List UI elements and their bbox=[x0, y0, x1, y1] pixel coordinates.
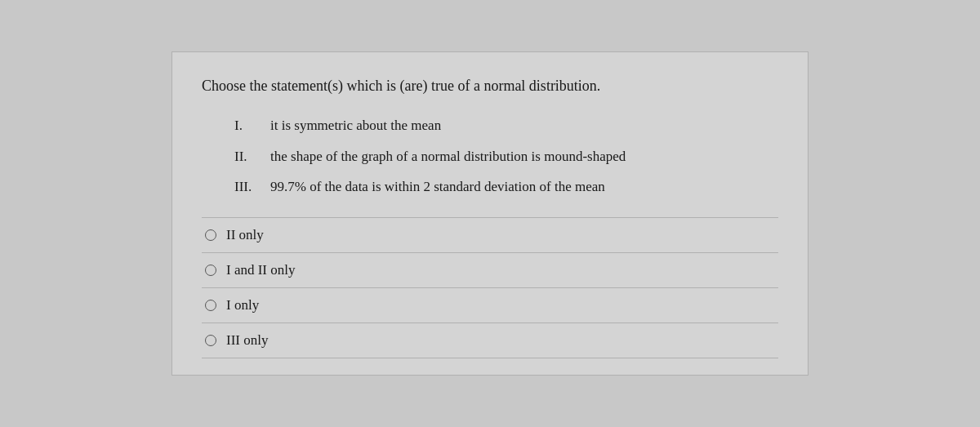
option-iii-only[interactable]: III only bbox=[202, 323, 778, 358]
question-card: Choose the statement(s) which is (are) t… bbox=[172, 51, 808, 376]
statement-item-1: I. it is symmetric about the mean bbox=[234, 115, 778, 136]
label-i-only: I only bbox=[226, 297, 259, 314]
radio-iii-only[interactable] bbox=[205, 335, 216, 346]
statement-item-2: II. the shape of the graph of a normal d… bbox=[234, 146, 778, 167]
option-ii-only[interactable]: II only bbox=[202, 218, 778, 253]
answer-options: II only I and II only I only III only bbox=[202, 217, 778, 358]
statement-body-2: the shape of the graph of a normal distr… bbox=[270, 146, 626, 167]
question-text: Choose the statement(s) which is (are) t… bbox=[202, 75, 778, 97]
statement-numeral-1: I. bbox=[234, 115, 270, 136]
statements-list: I. it is symmetric about the mean II. th… bbox=[234, 115, 778, 198]
radio-i-only[interactable] bbox=[205, 300, 216, 311]
statement-numeral-3: III. bbox=[234, 176, 270, 198]
option-i-and-ii-only[interactable]: I and II only bbox=[202, 253, 778, 288]
statement-numeral-2: II. bbox=[234, 146, 270, 167]
statement-body-1: it is symmetric about the mean bbox=[270, 115, 441, 136]
option-i-only[interactable]: I only bbox=[202, 288, 778, 323]
radio-i-and-ii-only[interactable] bbox=[205, 265, 216, 276]
label-iii-only: III only bbox=[226, 332, 268, 349]
statement-body-3: 99.7% of the data is within 2 standard d… bbox=[270, 176, 605, 198]
label-ii-only: II only bbox=[226, 227, 264, 243]
label-i-and-ii-only: I and II only bbox=[226, 262, 296, 278]
radio-ii-only[interactable] bbox=[205, 229, 216, 241]
statement-item-3: III. 99.7% of the data is within 2 stand… bbox=[234, 176, 778, 198]
